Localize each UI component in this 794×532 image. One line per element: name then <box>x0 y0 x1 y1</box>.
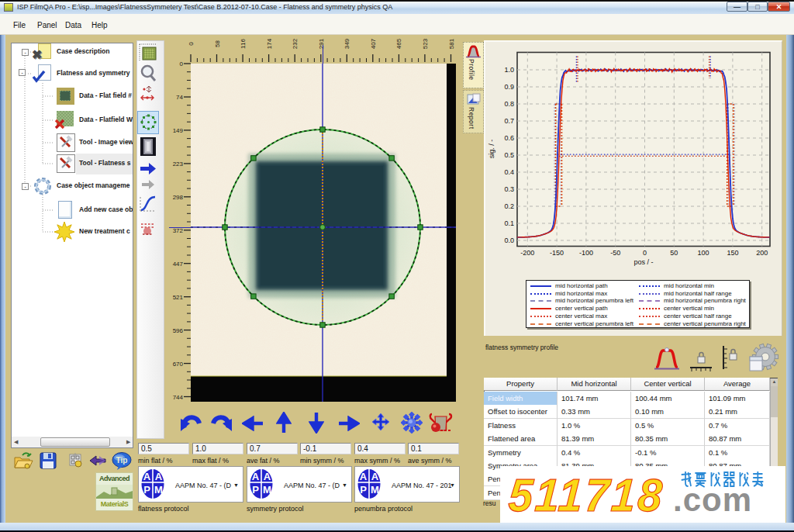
svg-text:0.1: 0.1 <box>504 219 514 227</box>
svg-text:200: 200 <box>756 249 768 257</box>
svg-text:A: A <box>155 471 163 482</box>
svg-text:pos / -: pos / - <box>633 258 653 266</box>
svg-text:-150: -150 <box>550 249 564 257</box>
svg-text:P: P <box>252 484 259 496</box>
svg-text:0.2: 0.2 <box>504 202 514 210</box>
svg-text:M: M <box>263 484 271 496</box>
svg-text:-200: -200 <box>520 249 534 257</box>
svg-text:A: A <box>371 471 379 482</box>
svg-text:A: A <box>252 471 260 482</box>
svg-text:sig. / -: sig. / - <box>488 140 495 159</box>
svg-text:M: M <box>154 484 163 496</box>
svg-text:0.4: 0.4 <box>504 168 514 176</box>
svg-text:0.6: 0.6 <box>504 134 514 142</box>
svg-text:0.8: 0.8 <box>504 100 514 108</box>
svg-text:P: P <box>143 484 150 496</box>
svg-text:0.7: 0.7 <box>504 117 514 125</box>
svg-text:Tip: Tip <box>116 456 128 465</box>
svg-text:P: P <box>360 484 367 496</box>
svg-text:A: A <box>360 471 368 482</box>
svg-text:A: A <box>143 471 151 482</box>
svg-text:-100: -100 <box>579 249 593 257</box>
svg-text:0: 0 <box>643 249 647 257</box>
svg-text:0.5: 0.5 <box>504 151 514 159</box>
svg-text:0.3: 0.3 <box>504 185 514 193</box>
svg-text:1.0: 1.0 <box>504 66 514 74</box>
svg-text:0.0: 0.0 <box>504 237 514 244</box>
svg-text:100: 100 <box>698 249 709 257</box>
svg-text:50: 50 <box>670 249 678 257</box>
svg-text:0.9: 0.9 <box>504 83 514 91</box>
svg-text:A: A <box>264 471 271 482</box>
svg-text:-50: -50 <box>610 249 620 257</box>
svg-text:M: M <box>371 484 379 496</box>
svg-text:150: 150 <box>727 249 738 257</box>
